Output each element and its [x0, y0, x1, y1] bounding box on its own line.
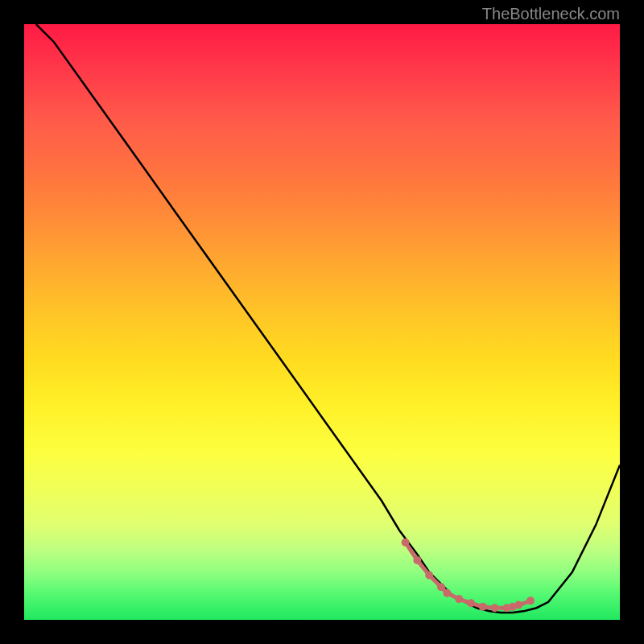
optimal-range-dot	[479, 603, 487, 611]
optimal-range-dot	[467, 599, 475, 607]
optimal-range-dot	[402, 539, 410, 547]
plot-area	[24, 24, 620, 620]
optimal-range-dot	[443, 589, 451, 597]
optimal-range-dot	[425, 572, 433, 580]
optimal-range-dot	[514, 601, 522, 609]
watermark-text: TheBottleneck.com	[482, 5, 620, 23]
optimal-range-dot	[526, 597, 535, 605]
optimal-range-line	[406, 543, 530, 608]
optimal-range-dot	[455, 595, 463, 603]
optimal-range-dot	[437, 583, 445, 591]
bottleneck-curve	[36, 24, 620, 613]
optimal-range-dot	[413, 556, 421, 564]
optimal-range-dot	[491, 604, 499, 612]
bottleneck-curve-svg	[24, 24, 620, 620]
chart-container: TheBottleneck.com	[0, 0, 644, 644]
